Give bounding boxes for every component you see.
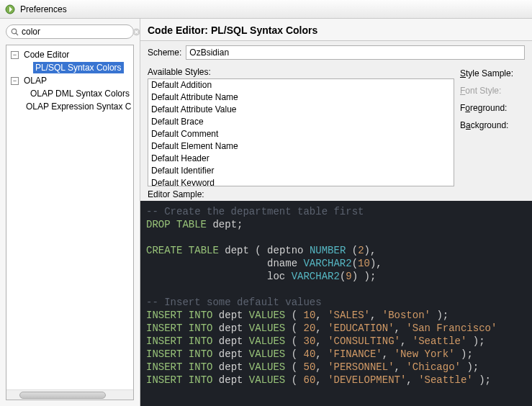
- style-item[interactable]: Default Element Name: [148, 140, 454, 153]
- collapse-icon[interactable]: −: [11, 51, 19, 59]
- app-icon: [4, 4, 16, 15]
- style-item[interactable]: Default Attribute Name: [148, 91, 454, 104]
- clear-icon[interactable]: [132, 27, 140, 36]
- scrollbar-thumb[interactable]: [19, 392, 106, 399]
- style-item[interactable]: Default Comment: [148, 128, 454, 140]
- scheme-value: OzBsidian: [189, 48, 229, 58]
- tree-node-olap-dml[interactable]: OLAP DML Syntax Colors: [8, 87, 132, 100]
- style-item[interactable]: Default Keyword: [148, 177, 454, 186]
- nav-panel: − Code Editor PL/SQL Syntax Colors − OLA…: [0, 19, 140, 406]
- window-title: Preferences: [20, 4, 67, 14]
- style-item[interactable]: Default Identifier: [148, 165, 454, 177]
- scheme-select[interactable]: OzBsidian: [186, 45, 525, 60]
- scheme-label: Scheme:: [148, 48, 181, 58]
- svg-line-2: [16, 33, 18, 35]
- style-item[interactable]: Default Brace: [148, 116, 454, 128]
- style-item[interactable]: Default Header: [148, 153, 454, 165]
- style-item[interactable]: Default Addition: [148, 79, 454, 91]
- font-style-label: Font Style:: [460, 86, 525, 96]
- titlebar: Preferences: [0, 0, 532, 19]
- editor-sample-label: Editor Sample:: [140, 186, 532, 201]
- available-styles-label: Available Styles:: [148, 67, 454, 77]
- available-styles-list[interactable]: Default Addition Default Attribute Name …: [148, 78, 454, 186]
- search-icon: [11, 27, 19, 36]
- horizontal-scrollbar[interactable]: [6, 389, 133, 400]
- tree-node-olap-expr[interactable]: OLAP Expression Syntax C: [8, 100, 132, 113]
- style-item[interactable]: Default Attribute Value: [148, 104, 454, 116]
- panel-title: Code Editor: PL/SQL Syntax Colors: [140, 19, 532, 41]
- foreground-label: Foreground:: [460, 103, 525, 113]
- editor-sample: -- Create the department table first DRO…: [140, 201, 532, 406]
- tree-node-olap[interactable]: − OLAP: [8, 74, 132, 87]
- svg-point-1: [12, 29, 17, 34]
- background-label: Background:: [460, 120, 525, 130]
- collapse-icon[interactable]: −: [11, 77, 19, 85]
- style-sample-label: Style Sample:: [460, 68, 525, 78]
- category-tree[interactable]: − Code Editor PL/SQL Syntax Colors − OLA…: [6, 45, 134, 400]
- search-box[interactable]: [6, 24, 134, 39]
- search-input[interactable]: [22, 26, 130, 37]
- tree-node-plsql-colors[interactable]: PL/SQL Syntax Colors: [8, 61, 132, 74]
- tree-node-code-editor[interactable]: − Code Editor: [8, 48, 132, 61]
